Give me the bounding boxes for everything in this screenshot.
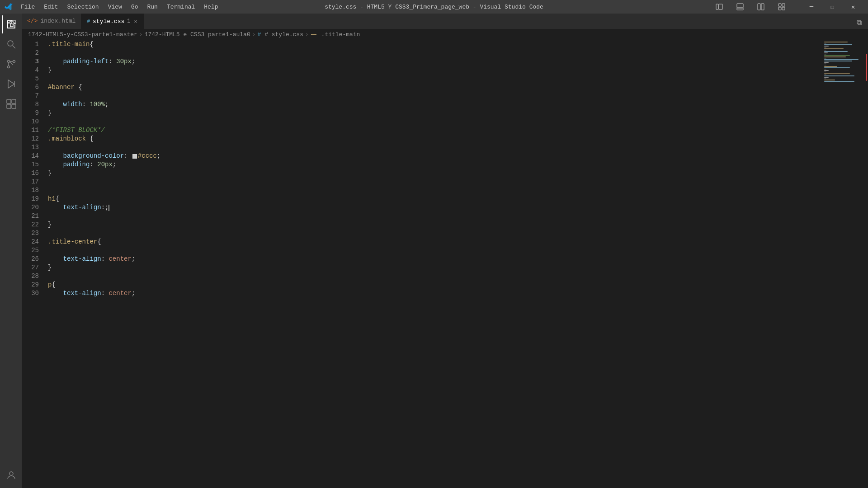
code-line-12: .mainblock { <box>48 135 823 143</box>
menu-terminal[interactable]: Terminal <box>163 3 198 11</box>
title-bar: File Edit Selection View Go Run Terminal… <box>0 0 868 14</box>
minimap-line <box>824 50 826 51</box>
svg-rect-1 <box>719 4 722 9</box>
breadcrumb-sep-1: › <box>139 31 143 38</box>
breadcrumb-root[interactable]: 1742-HTML5-y-CSS3-parte1-master <box>28 31 137 38</box>
breadcrumb-symbol[interactable]: ⸻ .title-main <box>311 31 360 38</box>
line-num-22: 22 <box>22 221 39 229</box>
code-editor[interactable]: .title-main{ padding-left: 30px; } #bann… <box>44 40 823 488</box>
code-line-8: width: 100%; <box>48 100 823 109</box>
activity-source-control[interactable] <box>2 55 20 73</box>
activity-run[interactable] <box>2 75 20 93</box>
menu-file[interactable]: File <box>17 3 38 11</box>
layout-split-icon[interactable] <box>750 0 771 14</box>
line-num-9: 9 <box>22 109 39 117</box>
svg-rect-6 <box>778 4 781 6</box>
line-num-24: 24 <box>22 238 39 246</box>
menu-help[interactable]: Help <box>200 3 222 11</box>
code-line-2 <box>48 49 823 57</box>
menu-view[interactable]: View <box>104 3 126 11</box>
line-num-18: 18 <box>22 186 39 195</box>
line-num-7: 7 <box>22 92 39 100</box>
minimap-line <box>824 71 826 72</box>
line-num-26: 26 <box>22 255 39 263</box>
code-line-10 <box>48 117 823 126</box>
activity-explorer[interactable] <box>2 15 20 33</box>
line-num-29: 29 <box>22 281 39 289</box>
tab-bar: </> index.html # style.css 1 ✕ ⧉ <box>22 14 868 29</box>
line-num-15: 15 <box>22 160 39 169</box>
tab-index-html[interactable]: </> index.html <box>22 14 81 29</box>
svg-point-11 <box>8 41 13 46</box>
svg-rect-19 <box>12 99 16 103</box>
svg-rect-2 <box>737 4 743 8</box>
minimap-line <box>824 74 826 75</box>
minimap-line <box>824 58 826 59</box>
code-line-24: .title-center{ <box>48 238 823 246</box>
code-line-7 <box>48 92 823 100</box>
line-num-21: 21 <box>22 212 39 221</box>
code-line-27: } <box>48 263 823 272</box>
code-line-20: text-align:; <box>48 203 823 212</box>
breadcrumb-folder[interactable]: 1742-HTML5 e CSS3 parte1-aula0 <box>145 31 250 38</box>
tab-close-button[interactable]: ✕ <box>133 18 138 25</box>
minimap-line <box>824 65 826 66</box>
minimap <box>823 40 868 488</box>
code-line-5 <box>48 75 823 83</box>
svg-rect-0 <box>716 4 718 9</box>
line-num-8: 8 <box>22 100 39 109</box>
code-line-6: #banner { <box>48 83 823 92</box>
minimap-line <box>824 56 846 57</box>
menu-run[interactable]: Run <box>143 3 161 11</box>
layout-sidebar-icon[interactable] <box>709 0 730 14</box>
line-num-6: 6 <box>22 83 39 92</box>
html-icon: </> <box>27 18 38 24</box>
line-num-23: 23 <box>22 229 39 238</box>
activity-extensions[interactable] <box>2 95 20 113</box>
activity-search[interactable] <box>2 35 20 53</box>
line-numbers: 1 2 3 4 5 6 7 8 9 10 11 12 13 14 15 16 1… <box>22 40 44 488</box>
minimap-line <box>824 59 859 60</box>
activity-bar <box>0 14 22 488</box>
svg-rect-20 <box>7 104 11 108</box>
code-line-26: text-align: center; <box>48 255 823 263</box>
code-line-19: h1{ <box>48 195 823 203</box>
text-cursor <box>108 205 109 211</box>
code-line-3: padding-left: 30px; <box>48 57 823 66</box>
line-num-11: 11 <box>22 126 39 135</box>
activity-account[interactable] <box>2 466 20 484</box>
menu-go[interactable]: Go <box>127 3 142 11</box>
title-bar-left: File Edit Selection View Go Run Terminal… <box>5 3 222 11</box>
code-line-14: background-color: #cccc; <box>48 152 823 160</box>
code-line-23 <box>48 229 823 238</box>
code-line-16: } <box>48 169 823 178</box>
minimap-line <box>824 44 852 45</box>
tab-label-style: style.css <box>93 18 124 25</box>
layout-panel-icon[interactable] <box>730 0 750 14</box>
restore-button[interactable]: ☐ <box>822 0 843 14</box>
menu-edit[interactable]: Edit <box>40 3 61 11</box>
tab-style-css[interactable]: # style.css 1 ✕ <box>81 14 144 29</box>
breadcrumb-hash-icon: # <box>258 31 261 38</box>
window-title: style.css - HTML5 Y CSS3_Primera_page_we… <box>325 4 543 10</box>
line-num-20: 20 <box>22 203 39 212</box>
line-num-28: 28 <box>22 272 39 281</box>
minimize-button[interactable]: ─ <box>801 0 822 14</box>
code-line-9: } <box>48 109 823 117</box>
close-button[interactable]: ✕ <box>843 0 863 14</box>
code-line-29: p{ <box>48 281 823 289</box>
svg-point-22 <box>9 472 13 475</box>
layout-grid-icon[interactable] <box>771 0 792 14</box>
breadcrumb-sep-3: › <box>305 31 309 38</box>
code-line-30: text-align: center; <box>48 289 823 298</box>
split-editor-button[interactable]: ⧉ <box>855 17 863 29</box>
menu-selection[interactable]: Selection <box>63 3 102 11</box>
svg-rect-5 <box>761 4 764 10</box>
breadcrumb-sep-2: › <box>252 31 256 38</box>
svg-rect-9 <box>782 7 785 10</box>
minimap-line <box>824 70 829 71</box>
line-num-2: 2 <box>22 49 39 57</box>
breadcrumb-file[interactable]: # # style.css <box>258 31 303 38</box>
line-num-17: 17 <box>22 178 39 186</box>
code-line-13 <box>48 143 823 152</box>
